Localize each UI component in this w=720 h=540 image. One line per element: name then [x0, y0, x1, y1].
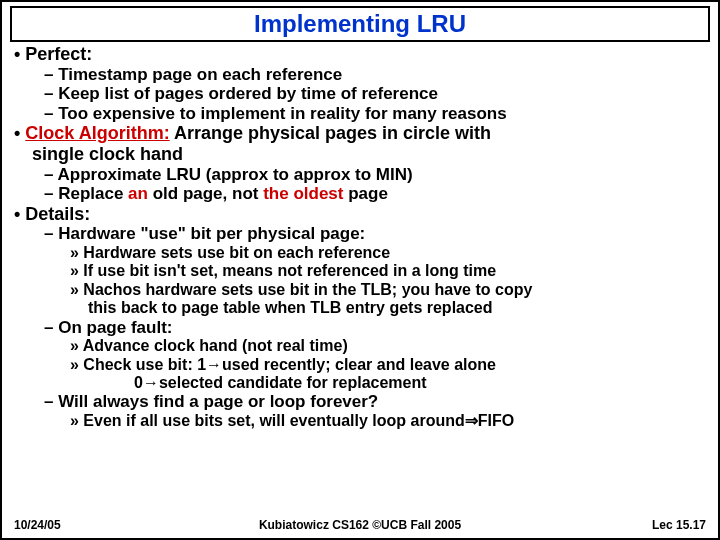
bullet-d3a: » Even if all use bits set, will eventua…: [70, 412, 706, 430]
title-container: Implementing LRU: [10, 6, 710, 42]
bullet-d1c: » Nachos hardware sets use bit in the TL…: [70, 281, 706, 299]
bullet-d2b2: 0→selected candidate for replacement: [134, 374, 706, 392]
bullet-p3: – Too expensive to implement in reality …: [44, 104, 706, 124]
c2a: – Replace: [44, 184, 128, 203]
c2e: page: [343, 184, 387, 203]
bullet-p1: – Timestamp page on each reference: [44, 65, 706, 85]
bullet-perfect: • Perfect:: [14, 44, 706, 65]
bullet-c2: – Replace an old page, not the oldest pa…: [44, 184, 706, 204]
footer-date: 10/24/05: [14, 518, 61, 532]
c2d: the oldest: [263, 184, 343, 203]
slide-title: Implementing LRU: [254, 10, 466, 37]
c2b: an: [128, 184, 148, 203]
clock-label: Clock Algorithm:: [25, 123, 169, 143]
footer-page: Lec 15.17: [652, 518, 706, 532]
bullet-d2b: » Check use bit: 1→used recently; clear …: [70, 356, 706, 374]
bullet-details: • Details:: [14, 204, 706, 225]
bullet-p2: – Keep list of pages ordered by time of …: [44, 84, 706, 104]
bullet-d2a: » Advance clock hand (not real time): [70, 337, 706, 355]
bullet-d1c2: this back to page table when TLB entry g…: [88, 299, 706, 317]
bullet-d2: – On page fault:: [44, 318, 706, 338]
footer: 10/24/05 Lec 15.17: [14, 518, 706, 532]
bullet-d1: – Hardware "use" bit per physical page:: [44, 224, 706, 244]
bullet-clock: • Clock Algorithm: Arrange physical page…: [14, 123, 706, 144]
c2c: old page, not: [148, 184, 263, 203]
bullet-d3: – Will always find a page or loop foreve…: [44, 392, 706, 412]
slide-content: • Perfect: – Timestamp page on each refe…: [2, 44, 718, 430]
bullet-dot: •: [14, 123, 25, 143]
bullet-c1: – Approximate LRU (approx to approx to M…: [44, 165, 706, 185]
bullet-d1a: » Hardware sets use bit on each referenc…: [70, 244, 706, 262]
slide: Implementing LRU • Perfect: – Timestamp …: [0, 0, 720, 540]
clock-rest1: Arrange physical pages in circle with: [170, 123, 491, 143]
bullet-d1b: » If use bit isn't set, means not refere…: [70, 262, 706, 280]
clock-rest2: single clock hand: [32, 144, 706, 165]
